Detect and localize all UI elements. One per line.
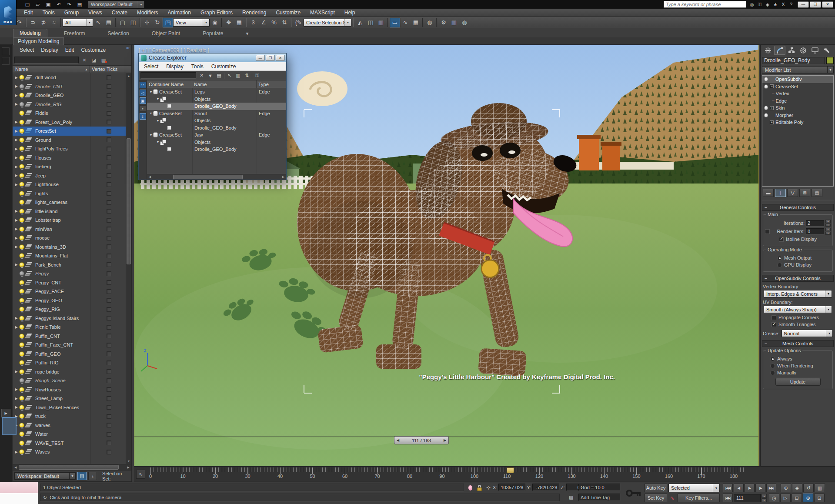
vertex-boundary-dropdown[interactable]: Interp. Edges & Corners▼: [764, 290, 832, 297]
help-icon[interactable]: ?: [787, 1, 795, 8]
scroll-left-icon[interactable]: ◀: [147, 174, 153, 180]
show-end-result-icon[interactable]: ∥: [775, 189, 786, 197]
menu-animation[interactable]: Animation: [163, 9, 196, 17]
visibility-bulb-icon[interactable]: [19, 173, 24, 178]
crease-row-droolie-geo-body[interactable]: Droolie_GEO_Body: [147, 103, 286, 110]
vertex-ticks-checkbox[interactable]: [107, 450, 111, 454]
viewport-label[interactable]: [ + ] [ Camera009 ] [ Realistic ]: [139, 47, 209, 53]
timeline-slider[interactable]: [507, 467, 514, 473]
render-iters-field[interactable]: 0: [806, 228, 824, 235]
render-iters-checkbox[interactable]: [765, 229, 770, 234]
vertex-ticks-checkbox[interactable]: [107, 218, 111, 223]
modifier-opensubdiv[interactable]: OpenSubdiv: [762, 76, 833, 83]
gpu-display-radio[interactable]: [777, 263, 782, 267]
scene-item-puffin-face-cnt[interactable]: Puffin_Face_CNT: [13, 340, 126, 350]
ribbon-flyout-icon[interactable]: ▾: [240, 30, 255, 37]
scene-item-peggy[interactable]: Peggy: [13, 269, 126, 278]
scene-item-fiddle[interactable]: Fiddle: [13, 109, 126, 118]
scene-item-rowhouses[interactable]: ▶RowHouses: [13, 385, 126, 394]
close-button[interactable]: ✕: [276, 55, 285, 61]
timeline-ruler[interactable]: 0102030405060708090100110120130140150160…: [148, 467, 745, 481]
scrollbar-thumb[interactable]: [173, 175, 243, 179]
crease-search-input[interactable]: [140, 72, 196, 79]
ribbon-tab-object-paint[interactable]: Object Paint: [146, 30, 186, 37]
visibility-bulb-icon[interactable]: [19, 289, 24, 294]
scene-item-lights-cameras[interactable]: lights_cameras: [13, 198, 126, 207]
vertex-ticks-checkbox[interactable]: [107, 271, 111, 276]
vertex-ticks-checkbox[interactable]: [107, 405, 111, 410]
named-selection-dropdown[interactable]: Create Selection Se▼: [304, 19, 351, 27]
vertex-ticks-checkbox[interactable]: [107, 182, 111, 187]
set-key-button[interactable]: Set Key: [645, 494, 667, 502]
scene-item-droolie-cnt[interactable]: ▶Droolie_CNT: [13, 82, 126, 91]
vertex-ticks-checkbox[interactable]: [107, 173, 111, 178]
menu-create[interactable]: Create: [107, 9, 132, 17]
scroll-up-icon[interactable]: ▲: [126, 73, 131, 79]
vertex-ticks-checkbox[interactable]: [107, 75, 111, 80]
visibility-bulb-icon[interactable]: [19, 414, 24, 419]
ribbon-tab-populate[interactable]: Populate: [197, 30, 229, 37]
mini-curve-editor-icon[interactable]: ∿: [136, 470, 145, 479]
select-scale-icon[interactable]: ◳: [163, 18, 173, 27]
menu-help[interactable]: Help: [340, 9, 360, 17]
visibility-bulb-icon[interactable]: [19, 191, 24, 196]
visibility-bulb-icon[interactable]: [19, 137, 24, 143]
visibility-bulb-icon[interactable]: [19, 110, 24, 116]
sx-menu-customize[interactable]: Customize: [81, 47, 106, 53]
go-to-end-icon[interactable]: ▶▶|: [766, 484, 776, 492]
mirror-icon[interactable]: ◭: [355, 18, 365, 27]
scene-item-little-island[interactable]: ▶little island: [13, 207, 126, 216]
expand-arrow-icon[interactable]: ▶: [13, 93, 19, 97]
key-filters-button[interactable]: Key Filters...: [678, 494, 720, 502]
visibility-bulb-icon[interactable]: [19, 423, 24, 428]
frame-spinner[interactable]: ▲▼: [762, 494, 767, 502]
vertex-ticks-checkbox[interactable]: [107, 84, 111, 89]
exchange-icon[interactable]: Ⅹ: [779, 1, 787, 8]
scene-item-water[interactable]: Water: [13, 430, 126, 439]
tab-motion[interactable]: [798, 46, 809, 55]
propagate-corners-checkbox[interactable]: [772, 315, 776, 320]
vertex-ticks-checkbox[interactable]: [107, 111, 111, 116]
selection-filter-dropdown[interactable]: All▼: [63, 19, 93, 27]
isoline-display-checkbox[interactable]: [779, 237, 784, 242]
visibility-bulb-icon[interactable]: [19, 378, 24, 383]
smooth-triangles-checkbox[interactable]: [772, 322, 776, 327]
cw-menu-select[interactable]: Select: [144, 63, 158, 70]
play-animation-icon[interactable]: ▷: [780, 494, 791, 502]
scene-item-truck[interactable]: ▶truck: [13, 412, 126, 421]
expand-box-icon[interactable]: +: [770, 106, 774, 110]
vertex-ticks-checkbox[interactable]: [107, 423, 111, 427]
window-crossing-icon[interactable]: ◫: [128, 18, 138, 27]
visibility-bulb-icon[interactable]: [19, 396, 24, 401]
expand-arrow-icon[interactable]: ▶: [13, 387, 19, 391]
visibility-bulb-icon[interactable]: [19, 146, 24, 151]
menu-rendering[interactable]: Rendering: [237, 9, 271, 17]
undo-icon[interactable]: ↶: [54, 1, 63, 8]
scene-item-peggys-island-stairs[interactable]: ▶Peggys Island Stairs: [13, 314, 126, 323]
visibility-bulb-icon[interactable]: [19, 431, 24, 437]
restore-button[interactable]: ❐: [810, 1, 821, 8]
render-setup-icon[interactable]: ⚙: [438, 18, 449, 27]
expand-arrow-icon[interactable]: ▼: [149, 90, 153, 93]
render-production-icon[interactable]: ◍: [459, 18, 470, 27]
crease-row-objects[interactable]: ▼Objects: [147, 139, 286, 146]
vertex-ticks-checkbox[interactable]: [107, 262, 111, 267]
visibility-bulb-icon[interactable]: [19, 128, 24, 134]
bind-spacewarp-icon[interactable]: ≈: [49, 18, 59, 27]
zoom-extents-all-icon[interactable]: ↺: [803, 484, 814, 492]
search-input[interactable]: [664, 1, 746, 8]
vertex-ticks-checkbox[interactable]: [107, 343, 111, 347]
curve-editor-icon[interactable]: ∿: [400, 18, 411, 27]
scrollbar-thumb[interactable]: [127, 138, 131, 264]
sync-selection-icon[interactable]: ⇅: [243, 72, 250, 79]
zoom-icon[interactable]: ⊕: [781, 484, 791, 492]
visibility-bulb-icon[interactable]: [19, 75, 24, 80]
scene-item-houses[interactable]: ▶Houses: [13, 154, 126, 163]
expand-arrow-icon[interactable]: ▶: [13, 120, 19, 124]
vertex-ticks-checkbox[interactable]: [107, 396, 111, 401]
vertex-ticks-checkbox[interactable]: [107, 147, 111, 151]
tab-hierarchy[interactable]: [786, 46, 797, 55]
column-type[interactable]: Type: [257, 80, 286, 88]
object-color-swatch[interactable]: [826, 57, 834, 64]
selection-lock-toggle[interactable]: [476, 484, 484, 491]
